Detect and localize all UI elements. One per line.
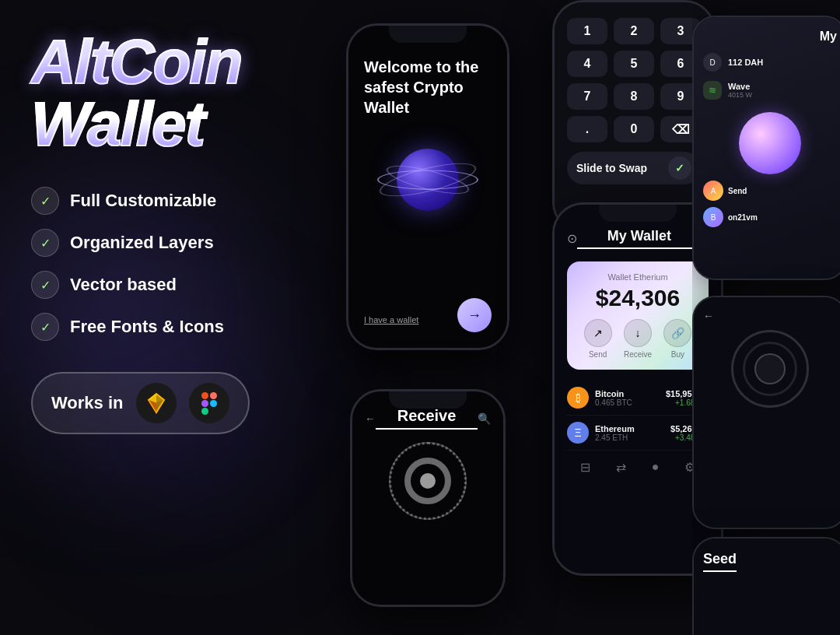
rp2-back-icon[interactable]: ← <box>703 310 714 322</box>
qr-code <box>389 442 467 520</box>
phone-notch-3 <box>599 205 677 222</box>
profile-info-1: Send <box>728 187 747 195</box>
slide-swap[interactable]: Slide to Swap ✓ <box>567 152 701 184</box>
wave-row: ≋ Wave 4015 W <box>703 76 837 104</box>
num-1[interactable]: 1 <box>567 18 607 44</box>
left-panel: AltCoin Wallet ✓ Full Customizable ✓ Org… <box>31 31 327 434</box>
check-icon-1: ✓ <box>31 187 59 215</box>
nav-home-icon[interactable]: ⊟ <box>580 460 590 475</box>
sketch-app-icon <box>136 383 177 423</box>
figma-app-icon <box>189 383 229 423</box>
phone-numpad-content: 1 2 3 4 5 6 7 8 9 . 0 ⌫ Slide to Swap ✓ <box>555 2 713 231</box>
feature-4: Free Fonts & Icons <box>70 317 224 337</box>
dah-icon: D <box>703 53 722 72</box>
receive-title: Receive <box>376 407 478 430</box>
profile-item-1: A Send <box>703 181 837 201</box>
back-arrow[interactable]: ← <box>365 412 376 425</box>
wallet-card-label: Wallet Etherium <box>578 272 698 282</box>
num-5[interactable]: 5 <box>614 51 654 77</box>
bitcoin-info: Bitcoin 0.465 BTC <box>595 389 660 407</box>
fp-inner <box>743 342 797 396</box>
receive-icon: ↓ <box>624 319 652 347</box>
arrow-button[interactable]: → <box>457 298 492 332</box>
ethereum-info: Ethereum 2.45 ETH <box>595 424 664 442</box>
profile-info-2: on21vm <box>728 213 758 222</box>
receive-label: Receive <box>624 350 652 359</box>
profile-avatar-1: A <box>703 181 723 201</box>
bitcoin-amount: 0.465 BTC <box>595 398 660 407</box>
num-7[interactable]: 7 <box>567 83 607 110</box>
rp2-content: ← <box>694 297 840 528</box>
works-in-text: Works in <box>51 393 124 413</box>
num-dot[interactable]: . <box>567 116 607 142</box>
send-icon: ↗ <box>584 319 612 347</box>
on21vm-label: on21vm <box>728 213 758 222</box>
features-list: ✓ Full Customizable ✓ Organized Layers ✓… <box>31 187 327 341</box>
phone-right-2: ← <box>692 296 840 529</box>
wallet-actions: ↗ Send ↓ Receive 🔗 Buy <box>578 319 698 359</box>
wave-info: Wave 4015 W <box>728 82 837 99</box>
planet-orb <box>373 125 482 234</box>
fingerprint-circle <box>731 330 809 408</box>
welcome-text: Welcome to the safest Crypto Wallet <box>364 57 492 118</box>
dah-amount: 112 DAH <box>728 58 837 67</box>
nav-profile-icon[interactable]: ● <box>652 460 660 475</box>
svg-rect-5 <box>201 392 208 399</box>
my-label: My <box>703 30 837 44</box>
ethereum-amount: 2.45 ETH <box>595 433 664 442</box>
search-icon[interactable]: 🔍 <box>478 412 491 425</box>
check-icon-2: ✓ <box>31 229 59 257</box>
ethereum-icon: Ξ <box>567 422 589 444</box>
title-wallet: Wallet <box>31 93 327 156</box>
svg-rect-6 <box>210 392 217 399</box>
right-phones-panel: My D 112 DAH ≋ Wave 4015 W <box>692 0 840 635</box>
svg-rect-7 <box>201 400 208 407</box>
phone-numpad: 1 2 3 4 5 6 7 8 9 . 0 ⌫ Slide to Swap ✓ <box>552 0 716 233</box>
works-in-badge: Works in <box>31 372 250 434</box>
holo-orb <box>739 112 801 174</box>
bitcoin-name: Bitcoin <box>595 389 660 398</box>
nav-transfer-icon[interactable]: ⇄ <box>616 460 626 475</box>
feature-1: Full Customizable <box>70 191 216 211</box>
phone-receive: ← Receive 🔍 <box>350 389 506 607</box>
seed-title: Seed <box>703 551 737 572</box>
check-icon-3: ✓ <box>31 271 59 299</box>
phone-welcome-content: Welcome to the safest Crypto Wallet I ha… <box>348 26 507 348</box>
receive-action[interactable]: ↓ Receive <box>624 319 652 359</box>
svg-rect-8 <box>201 408 208 415</box>
num-0[interactable]: 0 <box>614 116 654 142</box>
profile-avatar-2: B <box>703 207 723 227</box>
profile-name-1: Send <box>728 187 747 195</box>
num-8[interactable]: 8 <box>614 83 654 110</box>
buy-label: Buy <box>671 350 684 359</box>
phone-right-3: Seed <box>692 537 840 635</box>
buy-icon: 🔗 <box>663 319 691 347</box>
wallet-bottom-nav: ⊟ ⇄ ● ⚙ <box>567 460 709 475</box>
wave-name: Wave <box>728 82 837 91</box>
num-2[interactable]: 2 <box>614 18 654 44</box>
camera-icon[interactable]: ⊙ <box>567 231 577 246</box>
phone-notch-1 <box>389 26 467 43</box>
wave-icon: ≋ <box>703 81 722 100</box>
phone-welcome: Welcome to the safest Crypto Wallet I ha… <box>346 23 509 350</box>
slide-swap-label: Slide to Swap <box>576 162 647 174</box>
wallet-title: My Wallet <box>577 228 702 249</box>
buy-action[interactable]: 🔗 Buy <box>663 319 691 359</box>
rp1-content: My D 112 DAH ≋ Wave 4015 W <box>694 17 840 279</box>
numpad-grid: 1 2 3 4 5 6 7 8 9 . 0 ⌫ <box>567 18 701 142</box>
feature-2: Organized Layers <box>70 233 214 253</box>
wave-amount: 4015 W <box>728 91 837 99</box>
fp-core <box>754 353 786 384</box>
holo-area: A Send B on21vm <box>703 112 837 227</box>
profile-item-2: B on21vm <box>703 207 837 227</box>
bitcoin-icon: ₿ <box>567 387 589 409</box>
swap-check-icon: ✓ <box>668 156 691 180</box>
ethereum-name: Ethereum <box>595 424 664 433</box>
title-altcoin: AltCoin <box>31 31 327 93</box>
qr-center <box>420 473 436 489</box>
num-4[interactable]: 4 <box>567 51 607 77</box>
send-action[interactable]: ↗ Send <box>584 319 612 359</box>
feature-3: Vector based <box>70 275 177 295</box>
dah-info: 112 DAH <box>728 58 837 67</box>
phone-right-1: My D 112 DAH ≋ Wave 4015 W <box>692 16 840 280</box>
